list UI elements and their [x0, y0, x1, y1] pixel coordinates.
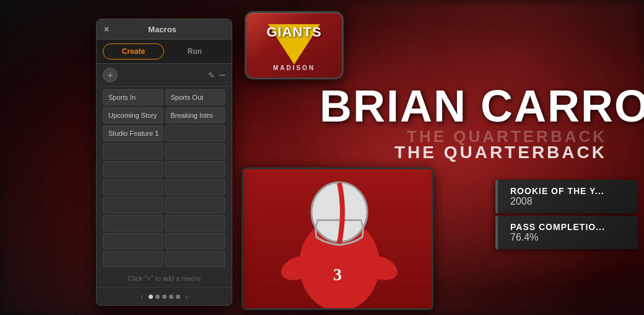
add-macro-button[interactable]: +: [103, 68, 118, 82]
stat-value-1: 2008: [510, 196, 625, 207]
macros-grid: Sports In Sports Out Upcoming Story Brea…: [97, 87, 232, 270]
stats-panel: ROOKIE OF THE Y... 2008 PASS COMPLETIO..…: [495, 180, 638, 249]
macro-empty-11: [165, 215, 226, 231]
macros-header: × Macros: [97, 19, 232, 40]
macro-empty-15: [165, 251, 226, 267]
macro-empty-9: [165, 197, 226, 213]
macro-empty-12: [103, 233, 163, 249]
page-dot-4[interactable]: [169, 295, 173, 299]
tab-run[interactable]: Run: [164, 43, 225, 60]
team-city: MADISON: [273, 64, 315, 71]
macro-sports-out[interactable]: Sports Out: [165, 89, 226, 105]
macro-empty-14: [103, 251, 163, 267]
macro-empty-7: [165, 179, 226, 195]
stat-value-2: 76.4%: [510, 232, 625, 243]
page-dot-2[interactable]: [155, 295, 160, 299]
page-dot-3[interactable]: [162, 295, 167, 299]
svg-text:3: 3: [333, 265, 342, 284]
edit-icon[interactable]: ✎: [208, 71, 215, 80]
delete-icon[interactable]: −: [219, 69, 225, 82]
giants-logo-panel: GIANTS MADISON: [245, 11, 344, 79]
tab-create[interactable]: Create: [103, 43, 164, 60]
page-dot-5[interactable]: [176, 295, 180, 299]
stat-box-1: ROOKIE OF THE Y... 2008: [495, 180, 638, 213]
add-macro-hint: Click "+" to add a macro: [97, 270, 232, 287]
team-name: GIANTS: [266, 24, 321, 40]
player-image-container: 3: [242, 167, 433, 310]
stat-label-1: ROOKIE OF THE Y...: [510, 186, 625, 196]
page-dot-1[interactable]: [149, 295, 153, 299]
macro-empty-8: [103, 197, 163, 213]
macro-empty-10: [103, 215, 163, 231]
macros-title: Macros: [109, 25, 215, 34]
macros-panel: × Macros Create Run + ✎ − Sports In Spor…: [96, 19, 232, 306]
athlete-title: THE QUARTERBACK: [394, 143, 607, 162]
macro-empty-6: [103, 179, 163, 195]
macro-sports-in[interactable]: Sports In: [103, 89, 163, 105]
macro-breaking-intro[interactable]: Breaking Intro: [165, 107, 226, 123]
player-svg: 3: [243, 167, 433, 308]
macro-upcoming-story[interactable]: Upcoming Story: [103, 107, 163, 123]
macro-empty-1: [165, 125, 226, 141]
macro-empty-4: [103, 161, 163, 177]
macros-tabs: Create Run: [97, 40, 232, 64]
stat-box-2: PASS COMPLETIO... 76.4%: [495, 216, 638, 249]
macro-empty-2: [103, 143, 163, 159]
macro-empty-3: [165, 143, 226, 159]
pagination: ‹ ›: [97, 287, 232, 305]
next-page-button[interactable]: ›: [183, 291, 191, 301]
prev-page-button[interactable]: ‹: [138, 291, 146, 301]
macro-studio-feature[interactable]: Studio Feature 1: [103, 125, 163, 141]
macros-toolbar: + ✎ −: [97, 64, 232, 87]
stat-label-2: PASS COMPLETIO...: [510, 222, 625, 232]
athlete-name: BRIAN CARRO: [320, 81, 644, 131]
macro-empty-5: [165, 161, 226, 177]
close-button[interactable]: ×: [104, 24, 109, 34]
macro-empty-13: [165, 233, 226, 249]
